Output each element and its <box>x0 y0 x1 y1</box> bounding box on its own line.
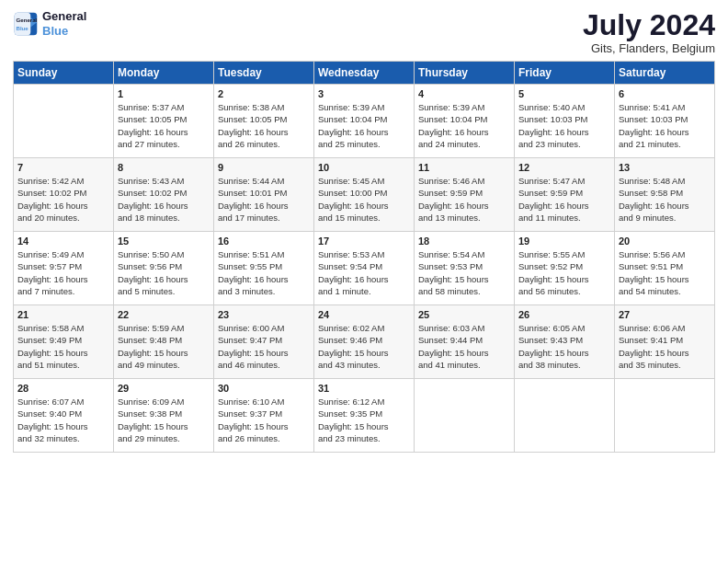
calendar-cell: 8Sunrise: 5:43 AM Sunset: 10:02 PM Dayli… <box>114 158 214 232</box>
date-number: 20 <box>619 236 711 247</box>
date-number: 11 <box>418 162 510 173</box>
calendar-cell: 20Sunrise: 5:56 AM Sunset: 9:51 PM Dayli… <box>615 232 715 305</box>
svg-text:Blue: Blue <box>17 25 29 31</box>
calendar-cell: 22Sunrise: 5:59 AM Sunset: 9:48 PM Dayli… <box>114 305 214 379</box>
date-number: 6 <box>619 88 711 99</box>
cell-content: Sunrise: 5:40 AM Sunset: 10:03 PM Daylig… <box>518 101 610 150</box>
calendar-cell: 17Sunrise: 5:53 AM Sunset: 9:54 PM Dayli… <box>314 232 415 305</box>
calendar-cell: 6Sunrise: 5:41 AM Sunset: 10:03 PM Dayli… <box>615 85 715 158</box>
cell-content: Sunrise: 5:39 AM Sunset: 10:04 PM Daylig… <box>318 101 410 150</box>
col-header-monday: Monday <box>114 62 214 85</box>
cell-content: Sunrise: 5:41 AM Sunset: 10:03 PM Daylig… <box>619 101 711 150</box>
col-header-thursday: Thursday <box>415 62 515 85</box>
date-number: 23 <box>218 309 310 320</box>
calendar-cell: 18Sunrise: 5:54 AM Sunset: 9:53 PM Dayli… <box>415 232 515 305</box>
col-header-friday: Friday <box>515 62 615 85</box>
cell-content: Sunrise: 5:48 AM Sunset: 9:58 PM Dayligh… <box>619 175 711 224</box>
date-number: 29 <box>118 383 210 394</box>
cell-content: Sunrise: 6:05 AM Sunset: 9:43 PM Dayligh… <box>518 322 610 371</box>
cell-content: Sunrise: 6:03 AM Sunset: 9:44 PM Dayligh… <box>418 322 510 371</box>
cell-content: Sunrise: 6:00 AM Sunset: 9:47 PM Dayligh… <box>218 322 310 371</box>
logo-text: General Blue <box>42 9 86 38</box>
col-header-sunday: Sunday <box>14 62 114 85</box>
logo: General Blue General Blue <box>13 9 86 38</box>
calendar-cell: 10Sunrise: 5:45 AM Sunset: 10:00 PM Dayl… <box>314 158 415 232</box>
date-number: 21 <box>17 309 109 320</box>
calendar-cell: 16Sunrise: 5:51 AM Sunset: 9:55 PM Dayli… <box>214 232 314 305</box>
location: Gits, Flanders, Belgium <box>583 41 715 55</box>
calendar-cell: 15Sunrise: 5:50 AM Sunset: 9:56 PM Dayli… <box>114 232 214 305</box>
calendar-cell: 12Sunrise: 5:47 AM Sunset: 9:59 PM Dayli… <box>515 158 615 232</box>
calendar-cell: 14Sunrise: 5:49 AM Sunset: 9:57 PM Dayli… <box>14 232 114 305</box>
calendar-cell <box>14 85 114 158</box>
calendar-cell: 19Sunrise: 5:55 AM Sunset: 9:52 PM Dayli… <box>515 232 615 305</box>
calendar-cell: 1Sunrise: 5:37 AM Sunset: 10:05 PM Dayli… <box>114 85 214 158</box>
title-block: July 2024 Gits, Flanders, Belgium <box>583 9 715 55</box>
table-row: 14Sunrise: 5:49 AM Sunset: 9:57 PM Dayli… <box>14 232 715 305</box>
calendar-cell: 11Sunrise: 5:46 AM Sunset: 9:59 PM Dayli… <box>415 158 515 232</box>
col-header-tuesday: Tuesday <box>214 62 314 85</box>
cell-content: Sunrise: 6:12 AM Sunset: 9:35 PM Dayligh… <box>318 396 410 444</box>
date-number: 26 <box>518 309 610 320</box>
date-number: 9 <box>218 162 310 173</box>
date-number: 1 <box>118 88 210 99</box>
date-number: 10 <box>318 162 410 173</box>
cell-content: Sunrise: 5:42 AM Sunset: 10:02 PM Daylig… <box>17 175 109 224</box>
date-number: 15 <box>118 236 210 247</box>
cell-content: Sunrise: 5:44 AM Sunset: 10:01 PM Daylig… <box>218 175 310 224</box>
cell-content: Sunrise: 5:37 AM Sunset: 10:05 PM Daylig… <box>118 101 210 150</box>
calendar-cell: 21Sunrise: 5:58 AM Sunset: 9:49 PM Dayli… <box>14 305 114 379</box>
date-number: 16 <box>218 236 310 247</box>
date-number: 7 <box>17 162 109 173</box>
cell-content: Sunrise: 5:38 AM Sunset: 10:05 PM Daylig… <box>218 101 310 150</box>
calendar-cell: 31Sunrise: 6:12 AM Sunset: 9:35 PM Dayli… <box>314 379 415 453</box>
calendar-cell: 27Sunrise: 6:06 AM Sunset: 9:41 PM Dayli… <box>615 305 715 379</box>
calendar-cell: 9Sunrise: 5:44 AM Sunset: 10:01 PM Dayli… <box>214 158 314 232</box>
header: General Blue General Blue July 2024 Gits… <box>13 9 715 55</box>
calendar-cell: 7Sunrise: 5:42 AM Sunset: 10:02 PM Dayli… <box>14 158 114 232</box>
cell-content: Sunrise: 5:53 AM Sunset: 9:54 PM Dayligh… <box>318 248 410 297</box>
cell-content: Sunrise: 5:50 AM Sunset: 9:56 PM Dayligh… <box>118 248 210 297</box>
date-number: 2 <box>218 88 310 99</box>
cell-content: Sunrise: 6:02 AM Sunset: 9:46 PM Dayligh… <box>318 322 410 371</box>
calendar-cell: 3Sunrise: 5:39 AM Sunset: 10:04 PM Dayli… <box>314 85 415 158</box>
cell-content: Sunrise: 5:58 AM Sunset: 9:49 PM Dayligh… <box>17 322 109 371</box>
date-number: 5 <box>518 88 610 99</box>
calendar-cell: 25Sunrise: 6:03 AM Sunset: 9:44 PM Dayli… <box>415 305 515 379</box>
table-row: 7Sunrise: 5:42 AM Sunset: 10:02 PM Dayli… <box>14 158 715 232</box>
logo-icon: General Blue <box>13 11 39 37</box>
date-number: 25 <box>418 309 510 320</box>
date-number: 4 <box>418 88 510 99</box>
calendar-cell: 30Sunrise: 6:10 AM Sunset: 9:37 PM Dayli… <box>214 379 314 453</box>
cell-content: Sunrise: 6:06 AM Sunset: 9:41 PM Dayligh… <box>619 322 711 371</box>
cell-content: Sunrise: 5:46 AM Sunset: 9:59 PM Dayligh… <box>418 175 510 224</box>
date-number: 8 <box>118 162 210 173</box>
col-header-saturday: Saturday <box>615 62 715 85</box>
table-row: 28Sunrise: 6:07 AM Sunset: 9:40 PM Dayli… <box>14 379 715 453</box>
cell-content: Sunrise: 5:54 AM Sunset: 9:53 PM Dayligh… <box>418 248 510 297</box>
calendar-table: SundayMondayTuesdayWednesdayThursdayFrid… <box>13 61 715 453</box>
date-number: 12 <box>518 162 610 173</box>
cell-content: Sunrise: 5:47 AM Sunset: 9:59 PM Dayligh… <box>518 175 610 224</box>
date-number: 28 <box>17 383 109 394</box>
date-number: 22 <box>118 309 210 320</box>
date-number: 18 <box>418 236 510 247</box>
calendar-cell: 2Sunrise: 5:38 AM Sunset: 10:05 PM Dayli… <box>214 85 314 158</box>
month-title: July 2024 <box>583 9 715 41</box>
cell-content: Sunrise: 5:59 AM Sunset: 9:48 PM Dayligh… <box>118 322 210 371</box>
table-row: 21Sunrise: 5:58 AM Sunset: 9:49 PM Dayli… <box>14 305 715 379</box>
date-number: 19 <box>518 236 610 247</box>
calendar-cell <box>515 379 615 453</box>
col-header-wednesday: Wednesday <box>314 62 415 85</box>
cell-content: Sunrise: 5:56 AM Sunset: 9:51 PM Dayligh… <box>619 248 711 297</box>
svg-text:General: General <box>17 17 38 23</box>
cell-content: Sunrise: 6:07 AM Sunset: 9:40 PM Dayligh… <box>17 396 109 444</box>
main-container: General Blue General Blue July 2024 Gits… <box>0 0 728 462</box>
table-row: 1Sunrise: 5:37 AM Sunset: 10:05 PM Dayli… <box>14 85 715 158</box>
calendar-cell: 26Sunrise: 6:05 AM Sunset: 9:43 PM Dayli… <box>515 305 615 379</box>
calendar-cell: 4Sunrise: 5:39 AM Sunset: 10:04 PM Dayli… <box>415 85 515 158</box>
date-number: 14 <box>17 236 109 247</box>
cell-content: Sunrise: 5:45 AM Sunset: 10:00 PM Daylig… <box>318 175 410 224</box>
date-number: 27 <box>619 309 711 320</box>
cell-content: Sunrise: 6:10 AM Sunset: 9:37 PM Dayligh… <box>218 396 310 444</box>
